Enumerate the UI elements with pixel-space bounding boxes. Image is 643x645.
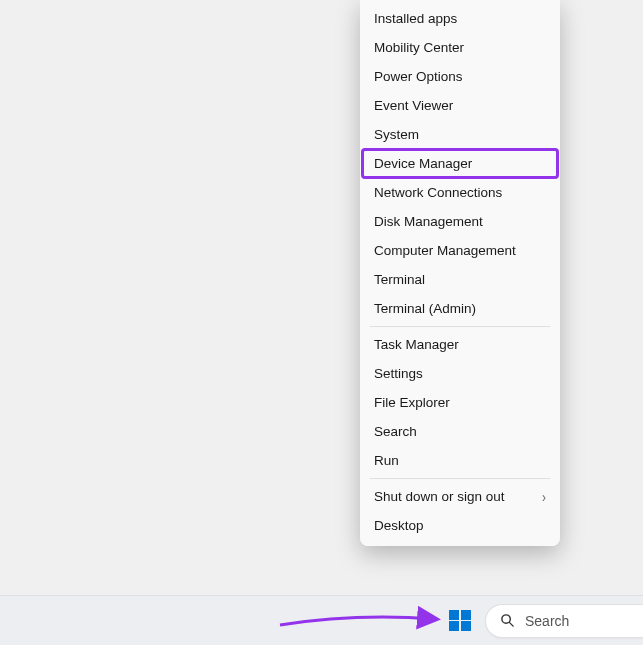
search-icon	[500, 613, 515, 628]
menu-item-network-connections[interactable]: Network Connections	[360, 178, 560, 207]
winx-context-menu: Installed apps Mobility Center Power Opt…	[360, 0, 560, 546]
menu-label: Terminal (Admin)	[374, 301, 476, 316]
menu-label: Run	[374, 453, 399, 468]
menu-item-search[interactable]: Search	[360, 417, 560, 446]
menu-label: Search	[374, 424, 417, 439]
menu-item-desktop[interactable]: Desktop	[360, 511, 560, 540]
menu-item-mobility-center[interactable]: Mobility Center	[360, 33, 560, 62]
menu-label: Computer Management	[374, 243, 516, 258]
windows-logo-icon	[449, 610, 471, 632]
menu-label: Mobility Center	[374, 40, 464, 55]
menu-item-disk-management[interactable]: Disk Management	[360, 207, 560, 236]
menu-item-file-explorer[interactable]: File Explorer	[360, 388, 560, 417]
svg-line-2	[509, 622, 513, 626]
chevron-right-icon: ›	[542, 488, 546, 505]
menu-item-event-viewer[interactable]: Event Viewer	[360, 91, 560, 120]
menu-item-terminal[interactable]: Terminal	[360, 265, 560, 294]
menu-separator	[370, 326, 550, 327]
menu-item-power-options[interactable]: Power Options	[360, 62, 560, 91]
menu-item-task-manager[interactable]: Task Manager	[360, 330, 560, 359]
menu-item-shutdown[interactable]: Shut down or sign out ›	[360, 482, 560, 511]
menu-label: Network Connections	[374, 185, 502, 200]
menu-label: Settings	[374, 366, 423, 381]
menu-item-terminal-admin[interactable]: Terminal (Admin)	[360, 294, 560, 323]
menu-label: Terminal	[374, 272, 425, 287]
menu-label: Event Viewer	[374, 98, 453, 113]
menu-label: Device Manager	[374, 156, 472, 171]
menu-label: File Explorer	[374, 395, 450, 410]
menu-label: Disk Management	[374, 214, 483, 229]
taskbar: Search	[0, 595, 643, 645]
menu-item-device-manager[interactable]: Device Manager	[362, 149, 558, 178]
menu-item-system[interactable]: System	[360, 120, 560, 149]
menu-label: Power Options	[374, 69, 463, 84]
menu-separator	[370, 478, 550, 479]
search-placeholder: Search	[525, 613, 569, 629]
menu-label: Installed apps	[374, 11, 457, 26]
menu-item-computer-management[interactable]: Computer Management	[360, 236, 560, 265]
menu-label: Shut down or sign out	[374, 489, 505, 504]
menu-label: System	[374, 127, 419, 142]
start-button[interactable]	[446, 607, 474, 635]
menu-label: Task Manager	[374, 337, 459, 352]
menu-item-installed-apps[interactable]: Installed apps	[360, 4, 560, 33]
taskbar-search-box[interactable]: Search	[485, 604, 643, 638]
menu-item-run[interactable]: Run	[360, 446, 560, 475]
menu-label: Desktop	[374, 518, 424, 533]
menu-item-settings[interactable]: Settings	[360, 359, 560, 388]
